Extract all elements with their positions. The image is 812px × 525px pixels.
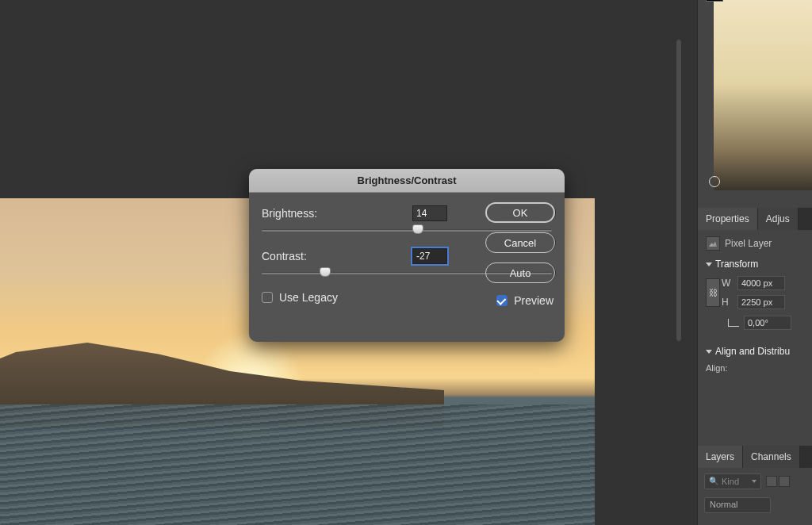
checkbox-icon[interactable] <box>262 292 273 303</box>
properties-tabbar: Properties Adjus <box>698 208 812 230</box>
contrast-input[interactable] <box>412 248 447 264</box>
tab-channels[interactable]: Channels <box>743 446 800 468</box>
brightness-label: Brightness: <box>262 207 357 220</box>
navigator-handle-icon[interactable] <box>709 176 720 187</box>
filter-pixel-icon[interactable] <box>766 476 777 487</box>
height-label: H <box>722 297 737 308</box>
right-panel: Properties Adjus Pixel Layer Transform ⛓… <box>698 0 812 525</box>
chevron-down-icon <box>706 350 712 354</box>
layers-body: 🔍 Kind Normal <box>698 468 812 518</box>
brightness-input[interactable] <box>412 205 447 221</box>
brightness-slider-thumb[interactable] <box>412 224 423 234</box>
contrast-slider-thumb[interactable] <box>320 267 331 277</box>
navigator-swatch[interactable] <box>706 0 723 2</box>
align-label: Align: <box>706 363 804 373</box>
blend-mode-dropdown[interactable]: Normal <box>704 497 771 513</box>
image-sea <box>0 404 595 525</box>
height-input[interactable]: 2250 px <box>737 295 785 309</box>
brightness-contrast-dialog: Brightness/Contrast Brightness: Contrast… <box>249 169 565 342</box>
auto-button[interactable]: Auto <box>485 262 555 283</box>
properties-body: Pixel Layer Transform ⛓ W 4000 px H 2250… <box>698 230 812 379</box>
tab-layers[interactable]: Layers <box>698 446 743 468</box>
preview-checkbox[interactable]: Preview <box>496 294 553 307</box>
angle-input[interactable]: 0,00° <box>744 316 791 330</box>
contrast-label: Contrast: <box>262 250 357 262</box>
tab-adjustments[interactable]: Adjus <box>758 208 799 230</box>
tab-properties[interactable]: Properties <box>698 208 758 230</box>
angle-icon <box>728 319 739 327</box>
filter-adjust-icon[interactable] <box>779 476 790 487</box>
chevron-down-icon <box>752 480 756 483</box>
width-label: W <box>722 278 737 289</box>
transform-label: Transform <box>715 259 758 270</box>
use-legacy-label: Use Legacy <box>279 291 338 304</box>
checkbox-checked-icon[interactable] <box>496 295 508 306</box>
align-section-header[interactable]: Align and Distribu <box>706 346 804 357</box>
canvas-scrollbar[interactable] <box>676 40 681 341</box>
preview-label: Preview <box>514 294 553 307</box>
dialog-title[interactable]: Brightness/Contrast <box>249 169 565 193</box>
cancel-button[interactable]: Cancel <box>485 232 555 253</box>
ok-button[interactable]: OK <box>485 202 555 223</box>
pixel-layer-label: Pixel Layer <box>725 238 772 249</box>
align-section-label: Align and Distribu <box>715 346 790 357</box>
link-dimensions-icon[interactable]: ⛓ <box>706 278 720 307</box>
width-input[interactable]: 4000 px <box>737 276 785 290</box>
kind-filter-dropdown[interactable]: 🔍 Kind <box>704 473 761 489</box>
transform-section-header[interactable]: Transform <box>706 259 804 270</box>
chevron-down-icon <box>706 262 712 266</box>
navigator-thumbnail[interactable] <box>714 0 812 190</box>
kind-label: Kind <box>722 477 739 486</box>
layers-tabbar: Layers Channels <box>698 446 812 468</box>
pixel-layer-icon <box>706 236 720 251</box>
search-icon: 🔍 <box>709 477 718 485</box>
